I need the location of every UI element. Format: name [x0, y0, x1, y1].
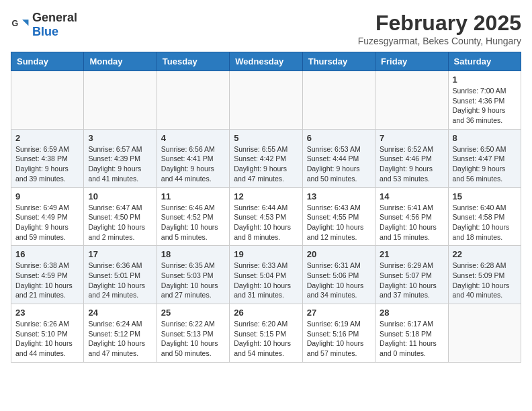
- day-number: 12: [234, 191, 298, 201]
- calendar-day-cell: 16Sunrise: 6:38 AM Sunset: 4:59 PM Dayli…: [11, 246, 84, 304]
- day-info: Sunrise: 6:52 AM Sunset: 4:46 PM Dayligh…: [380, 144, 443, 184]
- day-info: Sunrise: 6:28 AM Sunset: 5:09 PM Dayligh…: [453, 261, 517, 300]
- day-info: Sunrise: 7:00 AM Sunset: 4:36 PM Dayligh…: [453, 86, 517, 126]
- day-number: 28: [380, 308, 443, 318]
- weekday-header-monday: Monday: [84, 52, 157, 71]
- day-info: Sunrise: 6:59 AM Sunset: 4:38 PM Dayligh…: [15, 144, 79, 184]
- day-number: 10: [88, 191, 152, 201]
- day-number: 19: [234, 249, 298, 259]
- calendar-day-cell: 18Sunrise: 6:35 AM Sunset: 5:03 PM Dayli…: [157, 246, 229, 304]
- calendar-day-cell: 20Sunrise: 6:31 AM Sunset: 5:06 PM Dayli…: [302, 246, 375, 304]
- calendar-day-cell: 7Sunrise: 6:52 AM Sunset: 4:46 PM Daylig…: [375, 129, 448, 187]
- day-number: 7: [380, 133, 443, 143]
- day-info: Sunrise: 6:38 AM Sunset: 4:59 PM Dayligh…: [15, 261, 79, 300]
- calendar-day-cell: 13Sunrise: 6:43 AM Sunset: 4:55 PM Dayli…: [302, 187, 375, 246]
- day-number: 22: [453, 249, 517, 259]
- calendar-day-cell: 22Sunrise: 6:28 AM Sunset: 5:09 PM Dayli…: [448, 246, 521, 304]
- calendar-day-cell: [375, 71, 448, 130]
- page-header: G General Blue February 2025 Fuzesgyarma…: [11, 11, 521, 46]
- calendar-day-cell: 26Sunrise: 6:20 AM Sunset: 5:15 PM Dayli…: [230, 304, 302, 363]
- day-number: 1: [453, 75, 517, 85]
- day-info: Sunrise: 6:31 AM Sunset: 5:06 PM Dayligh…: [307, 261, 371, 300]
- day-info: Sunrise: 6:17 AM Sunset: 5:18 PM Dayligh…: [380, 319, 443, 359]
- calendar-day-cell: 21Sunrise: 6:29 AM Sunset: 5:07 PM Dayli…: [375, 246, 448, 304]
- day-info: Sunrise: 6:29 AM Sunset: 5:07 PM Dayligh…: [380, 261, 443, 300]
- weekday-header-friday: Friday: [375, 52, 448, 71]
- calendar-day-cell: 2Sunrise: 6:59 AM Sunset: 4:38 PM Daylig…: [11, 129, 84, 187]
- day-number: 27: [307, 308, 371, 318]
- day-info: Sunrise: 6:56 AM Sunset: 4:41 PM Dayligh…: [161, 144, 225, 184]
- calendar-day-cell: 14Sunrise: 6:41 AM Sunset: 4:56 PM Dayli…: [375, 187, 448, 246]
- day-info: Sunrise: 6:35 AM Sunset: 5:03 PM Dayligh…: [161, 261, 225, 300]
- calendar-day-cell: 24Sunrise: 6:24 AM Sunset: 5:12 PM Dayli…: [84, 304, 157, 363]
- calendar-day-cell: [11, 71, 84, 130]
- day-number: 6: [307, 133, 371, 143]
- calendar-week-row: 9Sunrise: 6:49 AM Sunset: 4:49 PM Daylig…: [11, 187, 521, 246]
- calendar-day-cell: [302, 71, 375, 130]
- logo-text: General Blue: [32, 11, 77, 39]
- day-info: Sunrise: 6:33 AM Sunset: 5:04 PM Dayligh…: [234, 261, 298, 300]
- calendar-day-cell: 5Sunrise: 6:55 AM Sunset: 4:42 PM Daylig…: [230, 129, 302, 187]
- calendar-day-cell: 1Sunrise: 7:00 AM Sunset: 4:36 PM Daylig…: [448, 71, 521, 130]
- day-info: Sunrise: 6:19 AM Sunset: 5:16 PM Dayligh…: [307, 319, 371, 359]
- day-info: Sunrise: 6:22 AM Sunset: 5:13 PM Dayligh…: [161, 319, 225, 359]
- weekday-header-tuesday: Tuesday: [157, 52, 229, 71]
- day-info: Sunrise: 6:44 AM Sunset: 4:53 PM Dayligh…: [234, 203, 298, 242]
- weekday-header-thursday: Thursday: [302, 52, 375, 71]
- day-info: Sunrise: 6:36 AM Sunset: 5:01 PM Dayligh…: [88, 261, 152, 300]
- day-info: Sunrise: 6:46 AM Sunset: 4:52 PM Dayligh…: [161, 203, 225, 242]
- day-info: Sunrise: 6:26 AM Sunset: 5:10 PM Dayligh…: [15, 319, 79, 359]
- day-number: 21: [380, 249, 443, 259]
- calendar-day-cell: 12Sunrise: 6:44 AM Sunset: 4:53 PM Dayli…: [230, 187, 302, 246]
- calendar-day-cell: 3Sunrise: 6:57 AM Sunset: 4:39 PM Daylig…: [84, 129, 157, 187]
- month-title: February 2025: [358, 11, 521, 36]
- day-info: Sunrise: 6:47 AM Sunset: 4:50 PM Dayligh…: [88, 203, 152, 242]
- day-info: Sunrise: 6:24 AM Sunset: 5:12 PM Dayligh…: [88, 319, 152, 359]
- day-number: 26: [234, 308, 298, 318]
- day-number: 13: [307, 191, 371, 201]
- logo-blue: Blue: [32, 25, 58, 38]
- svg-marker-1: [22, 19, 28, 26]
- calendar-week-row: 2Sunrise: 6:59 AM Sunset: 4:38 PM Daylig…: [11, 129, 521, 187]
- day-info: Sunrise: 6:57 AM Sunset: 4:39 PM Dayligh…: [88, 144, 152, 184]
- day-number: 9: [15, 191, 79, 201]
- day-info: Sunrise: 6:40 AM Sunset: 4:58 PM Dayligh…: [453, 203, 517, 242]
- day-number: 16: [15, 249, 79, 259]
- calendar-day-cell: 8Sunrise: 6:50 AM Sunset: 4:47 PM Daylig…: [448, 129, 521, 187]
- logo: G General Blue: [11, 11, 77, 39]
- calendar-day-cell: 6Sunrise: 6:53 AM Sunset: 4:44 PM Daylig…: [302, 129, 375, 187]
- day-info: Sunrise: 6:50 AM Sunset: 4:47 PM Dayligh…: [453, 144, 517, 184]
- calendar-week-row: 1Sunrise: 7:00 AM Sunset: 4:36 PM Daylig…: [11, 71, 521, 130]
- logo-icon: G: [11, 15, 30, 34]
- calendar-day-cell: 23Sunrise: 6:26 AM Sunset: 5:10 PM Dayli…: [11, 304, 84, 363]
- calendar-day-cell: 17Sunrise: 6:36 AM Sunset: 5:01 PM Dayli…: [84, 246, 157, 304]
- day-number: 3: [88, 133, 152, 143]
- day-number: 14: [380, 191, 443, 201]
- calendar-day-cell: [230, 71, 302, 130]
- weekday-header-row: SundayMondayTuesdayWednesdayThursdayFrid…: [11, 52, 521, 71]
- day-number: 25: [161, 308, 225, 318]
- day-number: 8: [453, 133, 517, 143]
- weekday-header-sunday: Sunday: [11, 52, 84, 71]
- calendar-day-cell: 19Sunrise: 6:33 AM Sunset: 5:04 PM Dayli…: [230, 246, 302, 304]
- calendar-day-cell: 25Sunrise: 6:22 AM Sunset: 5:13 PM Dayli…: [157, 304, 229, 363]
- day-info: Sunrise: 6:41 AM Sunset: 4:56 PM Dayligh…: [380, 203, 443, 242]
- weekday-header-saturday: Saturday: [448, 52, 521, 71]
- day-info: Sunrise: 6:49 AM Sunset: 4:49 PM Dayligh…: [15, 203, 79, 242]
- logo-general: General: [32, 11, 77, 24]
- title-area: February 2025 Fuzesgyarmat, Bekes County…: [358, 11, 521, 46]
- calendar-day-cell: 27Sunrise: 6:19 AM Sunset: 5:16 PM Dayli…: [302, 304, 375, 363]
- calendar-day-cell: 28Sunrise: 6:17 AM Sunset: 5:18 PM Dayli…: [375, 304, 448, 363]
- calendar-day-cell: 4Sunrise: 6:56 AM Sunset: 4:41 PM Daylig…: [157, 129, 229, 187]
- calendar-day-cell: [448, 304, 521, 363]
- day-number: 11: [161, 191, 225, 201]
- day-number: 5: [234, 133, 298, 143]
- calendar-day-cell: 11Sunrise: 6:46 AM Sunset: 4:52 PM Dayli…: [157, 187, 229, 246]
- calendar-week-row: 16Sunrise: 6:38 AM Sunset: 4:59 PM Dayli…: [11, 246, 521, 304]
- day-number: 17: [88, 249, 152, 259]
- day-number: 24: [88, 308, 152, 318]
- day-info: Sunrise: 6:53 AM Sunset: 4:44 PM Dayligh…: [307, 144, 371, 184]
- calendar-week-row: 23Sunrise: 6:26 AM Sunset: 5:10 PM Dayli…: [11, 304, 521, 363]
- day-number: 2: [15, 133, 79, 143]
- svg-text:G: G: [12, 19, 19, 28]
